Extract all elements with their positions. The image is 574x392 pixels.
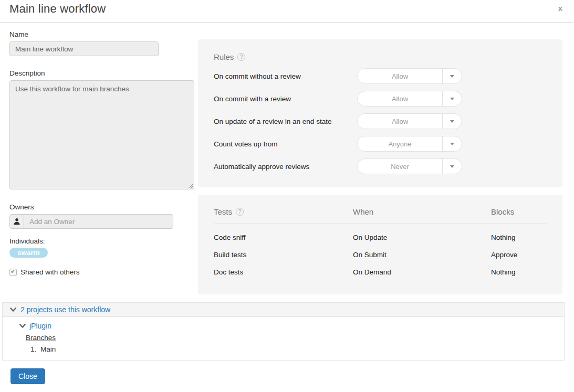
branches-label[interactable]: Branches xyxy=(26,334,56,342)
page-title: Main line workflow xyxy=(9,2,106,16)
chevron-down-icon xyxy=(450,75,454,78)
rule-label: Count votes up from xyxy=(214,140,357,148)
project-toggle[interactable]: jPlugin xyxy=(3,322,564,330)
rule-dropdown[interactable]: Allow xyxy=(357,68,462,84)
rule-row: On commit without a review Allow xyxy=(214,68,547,84)
dropdown-caret[interactable] xyxy=(442,91,462,106)
test-name: Doc tests xyxy=(214,263,353,281)
branch-list: Main xyxy=(3,345,564,354)
rule-row: Automatically approve reviews Never xyxy=(214,158,547,174)
shared-checkbox-label: Shared with others xyxy=(20,268,80,276)
rule-dropdown[interactable]: Allow xyxy=(357,113,462,129)
rule-dropdown-value[interactable]: Allow xyxy=(358,69,442,83)
tests-header-divider xyxy=(214,224,547,224)
tests-column-header: Tests xyxy=(214,207,232,216)
dropdown-caret[interactable] xyxy=(442,159,462,174)
help-icon[interactable]: ? xyxy=(237,53,245,61)
test-name: Code sniff xyxy=(214,229,353,246)
test-row: Build tests On Submit Approve xyxy=(214,246,547,263)
chevron-down-icon xyxy=(10,308,16,312)
description-label: Description xyxy=(9,69,194,77)
person-icon xyxy=(10,215,24,228)
blocks-column-header: Blocks xyxy=(491,207,547,216)
dropdown-caret[interactable] xyxy=(442,136,462,151)
when-column-header: When xyxy=(353,207,491,216)
branch-item: Main xyxy=(38,345,564,354)
rule-row: On update of a review in an end state Al… xyxy=(214,113,547,129)
description-textarea[interactable]: Use this workflow for main branches xyxy=(9,80,194,189)
chevron-down-icon xyxy=(450,120,454,123)
tests-panel: Tests ? When Blocks Code sniff On Update… xyxy=(198,195,562,294)
add-owner-input[interactable] xyxy=(24,215,173,228)
test-name: Build tests xyxy=(214,246,353,263)
projects-summary-label[interactable]: 2 projects use this workflow xyxy=(20,305,110,314)
dropdown-caret[interactable] xyxy=(442,69,462,83)
dropdown-caret[interactable] xyxy=(442,114,462,129)
workflow-form: Name Description Use this workflow for m… xyxy=(9,30,194,276)
rule-dropdown[interactable]: Allow xyxy=(357,91,462,107)
workflow-dialog: Main line workflow x Name Description Us… xyxy=(0,0,574,392)
help-icon[interactable]: ? xyxy=(236,208,244,216)
chevron-down-icon xyxy=(450,143,454,145)
test-when: On Submit xyxy=(353,246,491,263)
chevron-down-icon xyxy=(450,165,454,168)
rule-dropdown-value[interactable]: Allow xyxy=(358,91,442,106)
test-when: On Update xyxy=(353,229,491,246)
test-when: On Demand xyxy=(353,263,491,281)
rule-row: On commit with a review Allow xyxy=(214,91,547,107)
individuals-label: Individuals: xyxy=(9,237,194,245)
rules-panel: Rules ? On commit without a review Allow… xyxy=(198,39,562,187)
test-row: Code sniff On Update Nothing xyxy=(214,229,547,246)
projects-body: jPlugin Branches Main xyxy=(3,317,564,360)
shared-with-others-row: Shared with others xyxy=(9,268,194,276)
rule-label: On commit without a review xyxy=(214,72,357,80)
projects-summary-toggle[interactable]: 2 projects use this workflow xyxy=(3,303,564,317)
rule-row: Count votes up from Anyone xyxy=(214,136,547,152)
owners-input-group xyxy=(9,214,173,229)
chevron-down-icon xyxy=(19,324,26,329)
rule-label: Automatically approve reviews xyxy=(214,163,357,171)
rule-dropdown[interactable]: Anyone xyxy=(357,136,462,152)
close-icon[interactable]: x xyxy=(558,4,562,12)
rule-dropdown[interactable]: Never xyxy=(357,158,462,174)
test-blocks: Approve xyxy=(491,246,547,263)
project-link[interactable]: jPlugin xyxy=(29,322,51,330)
test-blocks: Nothing xyxy=(491,229,547,246)
header-divider xyxy=(0,22,574,23)
name-label: Name xyxy=(9,30,194,38)
owner-badge[interactable]: swarm xyxy=(9,248,48,258)
rule-label: On update of a review in an end state xyxy=(214,118,357,125)
shared-checkbox[interactable] xyxy=(9,269,17,276)
close-button[interactable]: Close xyxy=(11,368,45,384)
rule-label: On commit with a review xyxy=(214,95,357,103)
name-input[interactable] xyxy=(9,41,159,56)
projects-section: 2 projects use this workflow jPlugin Bra… xyxy=(2,302,565,361)
rule-dropdown-value[interactable]: Anyone xyxy=(358,136,442,151)
test-blocks: Nothing xyxy=(491,263,547,281)
rule-dropdown-value[interactable]: Allow xyxy=(358,114,442,129)
rules-heading: Rules xyxy=(214,52,234,61)
rule-dropdown-value[interactable]: Never xyxy=(358,159,442,174)
test-row: Doc tests On Demand Nothing xyxy=(214,263,547,281)
owners-label: Owners xyxy=(9,203,194,211)
chevron-down-icon xyxy=(450,98,454,100)
